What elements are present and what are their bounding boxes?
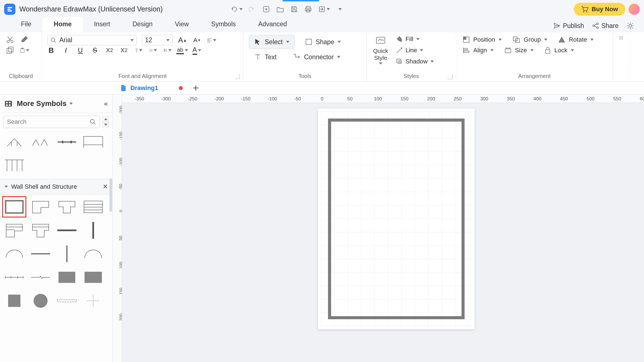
scroll-down-button[interactable] <box>103 122 109 127</box>
save-button[interactable] <box>290 5 299 14</box>
shape-l-room[interactable] <box>29 196 53 217</box>
position-button[interactable]: Position <box>462 35 503 44</box>
shadow-button[interactable]: Shadow <box>395 57 435 66</box>
quick-style-button[interactable]: Quick Style <box>371 34 390 66</box>
shape-dimension-line[interactable] <box>2 267 26 288</box>
svg-rect-26 <box>505 49 511 53</box>
line-spacing-button[interactable] <box>149 46 157 54</box>
canvas[interactable] <box>122 103 644 362</box>
superscript-button[interactable]: X2 <box>106 46 113 54</box>
tab-view[interactable]: View <box>164 17 200 32</box>
underline-button[interactable]: U <box>76 46 84 54</box>
align-button[interactable]: Align <box>462 46 495 55</box>
styles-dialog-launcher[interactable] <box>448 74 453 79</box>
more-symbols-label[interactable]: More Symbols <box>17 99 67 108</box>
bold-button[interactable]: B <box>47 46 55 54</box>
shape-arc-wall-right[interactable] <box>81 243 105 264</box>
qat-customize-button[interactable] <box>336 5 345 14</box>
tab-home[interactable]: Home <box>43 17 83 32</box>
shape-round-column[interactable] <box>29 290 53 311</box>
shape-thin-wall[interactable] <box>29 243 53 264</box>
settings-icon[interactable] <box>626 22 634 30</box>
shape-t-room[interactable] <box>55 196 79 217</box>
shape-hidden-wall[interactable] <box>55 290 79 311</box>
tab-file[interactable]: File <box>10 17 43 32</box>
tab-insert[interactable]: Insert <box>83 17 121 32</box>
unsaved-indicator <box>179 86 183 90</box>
shape-t-slab[interactable] <box>29 220 53 241</box>
subscript-button[interactable]: X2 <box>120 46 128 54</box>
text-direction-button[interactable] <box>135 46 142 54</box>
section-close-button[interactable]: ✕ <box>103 183 108 190</box>
shape-wall-vertical[interactable] <box>81 220 105 241</box>
section-wall-shell[interactable]: Wall Shell and Structure ✕ <box>0 179 112 195</box>
export-button[interactable] <box>318 5 331 14</box>
italic-button[interactable]: I <box>62 46 70 54</box>
increase-font-button[interactable]: A▲ <box>178 36 187 45</box>
shape-filled-slab-1[interactable] <box>55 267 79 288</box>
copy-button[interactable] <box>5 46 15 55</box>
font-family-combo[interactable]: Arial <box>47 35 137 45</box>
rotate-button[interactable]: Rotate <box>557 35 595 44</box>
scroll-up-button[interactable] <box>103 117 109 122</box>
decrease-font-button[interactable]: A▼ <box>192 36 202 45</box>
shape-colonnade[interactable] <box>2 155 26 176</box>
buy-now-button[interactable]: Buy Now <box>574 3 625 16</box>
line-button[interactable]: Line <box>395 46 435 55</box>
format-painter-button[interactable] <box>20 35 29 44</box>
undo-button[interactable] <box>230 5 243 14</box>
text-align-button[interactable] <box>207 36 216 45</box>
search-icon[interactable] <box>90 119 96 125</box>
new-button[interactable] <box>262 5 271 14</box>
font-size-combo[interactable]: 12 <box>142 35 173 45</box>
room-shape[interactable] <box>328 119 465 319</box>
collapse-panel-button[interactable]: « <box>104 100 108 108</box>
user-avatar[interactable] <box>629 4 640 15</box>
shape-folding-door[interactable] <box>29 131 53 153</box>
share-button[interactable]: Share <box>592 22 619 30</box>
styles-group-label: Styles <box>371 72 452 81</box>
paste-button[interactable] <box>20 46 29 55</box>
shape-roof-truss[interactable] <box>2 131 26 153</box>
bullets-button[interactable] <box>164 46 172 54</box>
tab-design[interactable]: Design <box>121 17 164 32</box>
publish-button[interactable]: Publish <box>553 22 584 30</box>
shape-beam[interactable] <box>55 131 79 153</box>
ribbon-group-font: Arial 12 A▲ A▼ B I U S X2 X2 ab A Font a… <box>42 32 243 81</box>
shape-break-line[interactable] <box>29 267 53 288</box>
shape-square-column[interactable] <box>2 290 26 311</box>
connector-tool-button[interactable]: Connector <box>287 50 346 64</box>
shape-room[interactable] <box>2 196 26 217</box>
shape-wall-horizontal[interactable] <box>55 220 79 241</box>
shape-thin-wall-v[interactable] <box>55 243 79 264</box>
group-button[interactable]: Group <box>511 35 549 44</box>
new-doc-tab-button[interactable]: + <box>189 82 202 94</box>
symbol-search-box[interactable] <box>3 116 100 128</box>
redo-button[interactable] <box>248 5 257 14</box>
shape-slab-lines[interactable] <box>81 196 105 217</box>
highlight-button[interactable]: ab <box>178 46 186 54</box>
panel-scrollbar[interactable] <box>109 178 112 212</box>
tab-symbols[interactable]: Symbols <box>200 17 247 32</box>
font-dialog-launcher[interactable] <box>235 74 240 79</box>
font-color-button[interactable]: A <box>193 46 201 54</box>
size-button[interactable]: Size <box>503 46 535 55</box>
strike-button[interactable]: S <box>91 46 99 54</box>
shape-tool-button[interactable]: Shape <box>300 35 346 49</box>
doc-tab-drawing1[interactable]: Drawing1 <box>120 84 183 92</box>
shape-grid-cross[interactable] <box>81 290 105 311</box>
shape-arc-wall-left[interactable] <box>2 243 26 264</box>
drawing-page[interactable] <box>318 108 475 329</box>
text-tool-button[interactable]: Text <box>249 50 282 64</box>
tab-advanced[interactable]: Advanced <box>247 17 298 32</box>
symbol-search-input[interactable] <box>7 118 87 126</box>
select-tool-button[interactable]: Select <box>249 35 295 49</box>
lock-button[interactable]: Lock <box>543 46 575 55</box>
open-button[interactable] <box>276 5 285 14</box>
shape-l-slab[interactable] <box>2 220 26 241</box>
shape-filled-slab-2[interactable] <box>81 267 105 288</box>
shape-counter[interactable] <box>81 131 105 153</box>
print-button[interactable] <box>304 5 313 14</box>
fill-button[interactable]: Fill <box>395 34 435 44</box>
cut-button[interactable] <box>5 35 15 44</box>
